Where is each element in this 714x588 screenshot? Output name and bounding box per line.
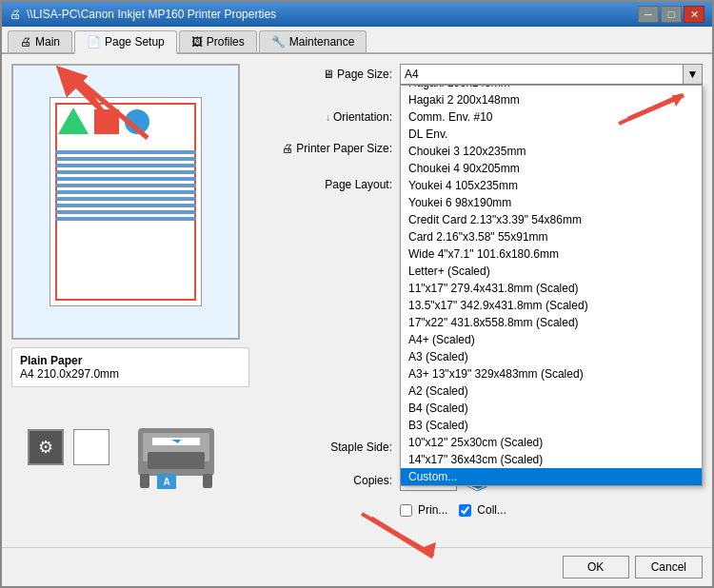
maintenance-tab-icon: 🔧 — [271, 35, 286, 49]
profiles-tab-icon: 🖼 — [191, 35, 203, 49]
close-button[interactable]: ✕ — [684, 6, 704, 23]
collate-label: Coll... — [477, 503, 506, 517]
dropdown-item[interactable]: 10"x12" 25x30cm (Scaled) — [401, 434, 702, 451]
right-panel: 🖥 Page Size: A4 ▼ A44"x6" 10x15cm4"x8" 1… — [259, 64, 703, 538]
monitor-icon: 🖥 — [323, 68, 337, 81]
paper-name: Plain Paper — [20, 354, 241, 367]
maintenance-tab-label: Maintenance — [289, 35, 355, 49]
dropdown-item[interactable]: Comm. Env. #10 — [401, 108, 702, 126]
tab-maintenance[interactable]: 🔧 Maintenance — [259, 30, 367, 52]
ok-button[interactable]: OK — [563, 556, 629, 578]
title-bar-controls: ─ □ ✕ — [638, 6, 704, 23]
shape-triangle — [58, 108, 89, 134]
preview-line — [55, 177, 196, 181]
left-panel: Plain Paper A4 210.0x297.0mm ⚙ — [11, 64, 249, 538]
preview-line — [55, 170, 196, 174]
dropdown-item[interactable]: Credit Card 2.13"x3.39" 54x86mm — [401, 211, 702, 228]
preview-lines — [55, 150, 196, 224]
printer-icon-area: ⚙ A — [11, 395, 249, 500]
print-checkbox-row: Prin... — [400, 503, 447, 517]
preview-line — [55, 210, 196, 214]
dropdown-item[interactable]: Hagaki 2 200x148mm — [401, 91, 702, 108]
preview-line — [55, 164, 196, 167]
dropdown-item[interactable]: 13.5"x17" 342.9x431.8mm (Scaled) — [401, 297, 702, 314]
preview-line — [55, 197, 196, 201]
orientation-arrow: ↓ — [326, 112, 333, 123]
dropdown-item[interactable]: DL Env. — [401, 126, 702, 143]
svg-text:A: A — [163, 477, 169, 487]
printer-icon: 🖨 — [10, 8, 21, 21]
dropdown-item[interactable]: 14"x17" 36x43cm (Scaled) — [401, 451, 702, 468]
title-bar-left: 🖨 \\LISA-PC\Canon Inkjet MP160 Printer P… — [10, 8, 276, 21]
maximize-button[interactable]: □ — [661, 6, 682, 23]
paper-size-info: A4 210.0x297.0mm — [20, 367, 241, 381]
print-collate-group: Prin... Coll... — [400, 503, 506, 517]
minimize-button[interactable]: ─ — [638, 6, 659, 23]
preview-line — [55, 217, 196, 221]
copies-label: Copies: — [259, 474, 392, 487]
dropdown-scroll[interactable]: A44"x6" 10x15cm4"x8" 101.6x203.2mm5"x7" … — [401, 86, 702, 485]
window-title: \\LISA-PC\Canon Inkjet MP160 Printer Pro… — [27, 8, 276, 21]
page-size-dropdown-btn[interactable]: ▼ — [684, 64, 703, 85]
preview-box — [11, 64, 240, 340]
printer-properties-window: 🖨 \\LISA-PC\Canon Inkjet MP160 Printer P… — [0, 0, 714, 588]
dropdown-item[interactable]: Youkei 6 98x190mm — [401, 194, 702, 211]
collate-checkbox-row: Coll... — [459, 503, 506, 517]
dropdown-item[interactable]: Custom... — [401, 468, 702, 485]
dropdown-item[interactable]: A4+ (Scaled) — [401, 331, 702, 348]
cancel-button[interactable]: Cancel — [635, 556, 703, 578]
dropdown-item[interactable]: 11"x17" 279.4x431.8mm (Scaled) — [401, 280, 702, 297]
print-checkbox[interactable] — [400, 504, 412, 517]
dropdown-item[interactable]: A3+ 13"x19" 329x483mm (Scaled) — [401, 365, 702, 382]
paper-info: Plain Paper A4 210.0x297.0mm — [11, 347, 249, 387]
preview-paper — [50, 97, 202, 306]
paper-icon — [73, 429, 109, 465]
svg-rect-2 — [148, 452, 205, 469]
dropdown-item[interactable]: Youkei 4 105x235mm — [401, 177, 702, 194]
page-setup-tab-icon: 📄 — [87, 35, 101, 49]
preview-line — [55, 184, 196, 187]
page-size-row: 🖥 Page Size: A4 ▼ A44"x6" 10x15cm4"x8" 1… — [259, 64, 703, 85]
print-collate-row: Prin... Coll... — [259, 503, 703, 517]
page-size-label: 🖥 Page Size: — [259, 68, 392, 81]
shape-circle — [125, 109, 149, 134]
printer-graphic: A — [119, 400, 233, 495]
printer-paper-icon: 🖨 — [282, 142, 296, 155]
dropdown-item[interactable]: B4 (Scaled) — [401, 400, 702, 417]
settings-icon-1: ⚙ — [28, 429, 64, 465]
preview-line — [55, 190, 196, 194]
page-setup-tab-label: Page Setup — [105, 35, 165, 49]
shape-square — [94, 109, 119, 134]
dropdown-item[interactable]: Letter+ (Scaled) — [401, 263, 702, 280]
orientation-label: ↓ Orientation: — [259, 110, 392, 124]
printer-paper-size-label: 🖨 Printer Paper Size: — [259, 142, 392, 155]
preview-line — [55, 157, 196, 161]
dropdown-item[interactable]: Choukei 4 90x205mm — [401, 160, 702, 177]
preview-line — [55, 204, 196, 207]
bottom-buttons: OK Cancel — [2, 547, 712, 586]
main-tab-label: Main — [35, 35, 60, 49]
dropdown-item[interactable]: Card 2.16"x3.58" 55x91mm — [401, 228, 702, 245]
page-size-dropdown[interactable]: A44"x6" 10x15cm4"x8" 101.6x203.2mm5"x7" … — [400, 85, 703, 486]
page-layout-label: Page Layout: — [259, 178, 392, 191]
dropdown-item[interactable]: 17"x22" 431.8x558.8mm (Scaled) — [401, 314, 702, 331]
title-bar: 🖨 \\LISA-PC\Canon Inkjet MP160 Printer P… — [2, 2, 712, 27]
collate-checkbox[interactable] — [459, 504, 471, 517]
dropdown-item[interactable]: B3 (Scaled) — [401, 417, 702, 434]
preview-line — [55, 150, 196, 154]
dropdown-item[interactable]: Choukei 3 120x235mm — [401, 143, 702, 160]
dropdown-item[interactable]: A3 (Scaled) — [401, 348, 702, 365]
dropdown-item[interactable]: A2 (Scaled) — [401, 382, 702, 400]
svg-rect-6 — [140, 474, 149, 488]
dropdown-item[interactable]: Wide 4"x7.1" 101.6x180.6mm — [401, 245, 702, 263]
preview-shapes — [58, 108, 149, 134]
main-content: Plain Paper A4 210.0x297.0mm ⚙ — [2, 54, 712, 547]
staple-side-label: Staple Side: — [259, 441, 392, 454]
main-tab-icon: 🖨 — [20, 35, 31, 49]
profiles-tab-label: Profiles — [207, 35, 245, 49]
tab-main[interactable]: 🖨 Main — [8, 30, 72, 52]
page-size-display[interactable]: A4 — [400, 64, 684, 85]
tab-page-setup[interactable]: 📄 Page Setup — [74, 30, 177, 54]
tab-profiles[interactable]: 🖼 Profiles — [179, 30, 257, 52]
print-label: Prin... — [418, 503, 447, 517]
